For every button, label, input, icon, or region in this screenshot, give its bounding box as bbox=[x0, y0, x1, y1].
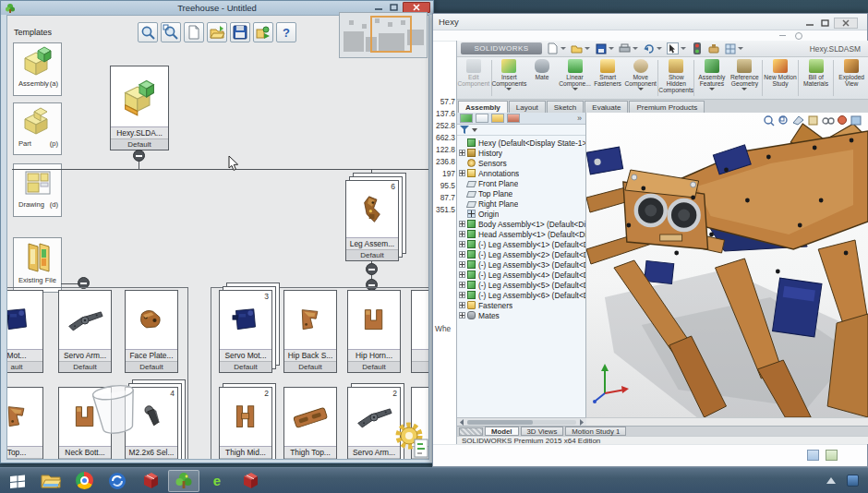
dropdown-arrow-icon[interactable] bbox=[573, 88, 578, 90]
tree-item[interactable]: Front Plane bbox=[459, 178, 585, 188]
template-existing-file[interactable]: Existing File bbox=[13, 237, 62, 293]
expander-icon[interactable] bbox=[459, 312, 465, 319]
tree-item[interactable]: (-) Leg Assembly<4> (Default<Dis bbox=[459, 270, 585, 280]
leg-assembly-node[interactable]: 6 Leg Assem... Default bbox=[345, 180, 399, 261]
expander-icon[interactable] bbox=[459, 292, 465, 298]
expander-icon[interactable] bbox=[459, 150, 465, 156]
bill-of-materials-button[interactable]: Bill of Materials bbox=[800, 57, 833, 99]
part-card[interactable]: Face Plate... Default bbox=[125, 290, 178, 373]
scrollbar-thumb[interactable] bbox=[467, 420, 533, 425]
export-button[interactable] bbox=[253, 22, 273, 42]
edit-component-button[interactable]: Edit Component bbox=[457, 57, 490, 99]
zoom-to-fit-button[interactable] bbox=[161, 22, 181, 42]
expander-icon[interactable] bbox=[459, 302, 465, 308]
tree-item[interactable]: Mates bbox=[459, 310, 585, 320]
template-part[interactable]: Part(p) bbox=[13, 102, 62, 155]
tree-item[interactable]: Right Plane bbox=[459, 198, 585, 209]
scroll-right-icon[interactable] bbox=[578, 419, 585, 426]
part-card[interactable]: Hip Horn... Default bbox=[347, 290, 401, 373]
assembly-features-button[interactable]: Assembly Features bbox=[695, 57, 729, 99]
close-icon[interactable] bbox=[834, 18, 858, 29]
doc-tab-model[interactable]: Model bbox=[485, 427, 519, 436]
reference-geometry-button[interactable]: Reference Geometry bbox=[729, 57, 762, 99]
expander-icon[interactable] bbox=[459, 221, 465, 227]
tree-item[interactable]: Fasteners bbox=[459, 300, 585, 310]
table-view-icon[interactable] bbox=[826, 450, 838, 461]
minimap[interactable] bbox=[339, 12, 428, 58]
minimap-viewport-rect[interactable] bbox=[370, 16, 412, 53]
template-assembly[interactable]: Assembly(a) bbox=[13, 42, 62, 96]
part-card[interactable]: Servo Arm... Default bbox=[58, 290, 112, 373]
exploded-view-button[interactable]: Exploded View bbox=[835, 57, 868, 99]
show-hidden-components-button[interactable]: Show Hidden Components bbox=[659, 57, 693, 99]
refresh-icon[interactable] bbox=[795, 32, 802, 40]
mate-button[interactable]: Mate bbox=[525, 57, 559, 99]
tree-item[interactable]: (-) Leg Assembly<5> (Default<Dis bbox=[459, 280, 585, 290]
collapse-button[interactable] bbox=[133, 150, 145, 162]
panel-more-icon[interactable]: » bbox=[577, 114, 582, 123]
tree-item[interactable]: Annotations bbox=[459, 168, 585, 178]
tab-premium-products[interactable]: Premium Products bbox=[629, 101, 705, 113]
doc-tab-motion-study[interactable]: Motion Study 1 bbox=[565, 427, 626, 436]
tree-item[interactable]: (-) Leg Assembly<3> (Default<Dis bbox=[459, 259, 585, 270]
new-document-icon[interactable] bbox=[547, 42, 559, 54]
expander-icon[interactable] bbox=[459, 170, 465, 176]
template-drawing[interactable]: Drawing(d) bbox=[13, 163, 62, 217]
expander-icon[interactable] bbox=[459, 251, 465, 258]
list-view-icon[interactable] bbox=[807, 450, 819, 461]
tab-assembly[interactable]: Assembly bbox=[458, 101, 508, 113]
taskbar-item-file-explorer[interactable] bbox=[35, 470, 66, 492]
headsup-view-toolbar[interactable] bbox=[763, 114, 862, 127]
dropdown-arrow-icon[interactable] bbox=[741, 88, 747, 90]
new-document-button[interactable] bbox=[184, 22, 204, 42]
dropdown-arrow-icon[interactable] bbox=[506, 88, 512, 90]
filter-dropdown-icon[interactable] bbox=[472, 128, 477, 132]
tree-item[interactable]: (-) Leg Assembly<2> (Default<Dis bbox=[459, 249, 585, 259]
save-button[interactable] bbox=[230, 22, 250, 42]
horizontal-scrollbar[interactable] bbox=[457, 417, 586, 426]
taskbar-item-chrome[interactable] bbox=[68, 470, 100, 492]
dropdown-arrow-icon[interactable] bbox=[709, 88, 715, 90]
options-icon[interactable] bbox=[707, 42, 719, 54]
taskbar-item-edrawings[interactable]: e bbox=[201, 470, 233, 492]
part-card[interactable]: Thigh Top... Default bbox=[283, 387, 337, 460]
taskbar-item-solidworks-2[interactable] bbox=[235, 470, 266, 492]
open-button[interactable] bbox=[207, 22, 227, 42]
smart-fasteners-button[interactable]: Smart Fasteners bbox=[591, 57, 624, 99]
linear-component-button[interactable]: Linear Compone... bbox=[559, 57, 592, 99]
dimxpert-tab-icon[interactable] bbox=[507, 114, 520, 123]
tree-item[interactable]: (-) Leg Assembly<1> (Default<Dis bbox=[459, 239, 585, 249]
save-icon[interactable] bbox=[595, 42, 607, 54]
tree-item[interactable]: Origin bbox=[459, 209, 585, 219]
root-node-hexy[interactable]: Hexy.SLDA... Default bbox=[110, 66, 169, 150]
featuremanager-tab-icon[interactable] bbox=[460, 114, 473, 123]
undo-icon[interactable] bbox=[643, 42, 655, 54]
tree-item[interactable]: Hexy (Default<Display State-1>) bbox=[459, 138, 585, 148]
minimize-icon[interactable] bbox=[802, 18, 816, 29]
part-card[interactable]: Hip Back S... Default bbox=[283, 290, 337, 373]
tab-evaluate[interactable]: Evaluate bbox=[585, 101, 628, 113]
tree-filter-row[interactable] bbox=[457, 125, 585, 136]
doc-tab-3d-views[interactable]: 3D Views bbox=[521, 427, 564, 436]
rebuild-icon[interactable] bbox=[691, 42, 703, 54]
display-settings-icon[interactable] bbox=[724, 42, 736, 54]
part-card[interactable]: 3 Servo Mot... Default bbox=[219, 290, 272, 373]
collapse-button[interactable] bbox=[366, 263, 378, 275]
gear-notification-icon[interactable] bbox=[389, 419, 429, 460]
tab-layout[interactable]: Layout bbox=[509, 101, 546, 113]
select-icon[interactable] bbox=[667, 42, 679, 54]
tree-item[interactable]: Sensors bbox=[459, 158, 585, 168]
expander-icon[interactable] bbox=[459, 241, 465, 247]
tree-item[interactable]: History bbox=[459, 148, 585, 158]
viewport-3d[interactable] bbox=[586, 113, 868, 417]
configuration-manager-tab-icon[interactable] bbox=[491, 114, 504, 123]
print-icon[interactable] bbox=[619, 42, 631, 54]
move-component-button[interactable]: Move Component bbox=[624, 57, 657, 99]
tree-item[interactable]: Body Assembly<1> (Default<Displ bbox=[459, 219, 585, 229]
tab-sketch[interactable]: Sketch bbox=[547, 101, 584, 113]
expander-icon[interactable] bbox=[459, 271, 465, 278]
hexy-titlebar[interactable]: Hexy bbox=[433, 14, 867, 30]
property-manager-tab-icon[interactable] bbox=[476, 114, 488, 123]
taskbar-item-treehouse[interactable] bbox=[168, 470, 199, 492]
part-card[interactable]: 2 Thigh Mid... Default bbox=[219, 387, 272, 460]
